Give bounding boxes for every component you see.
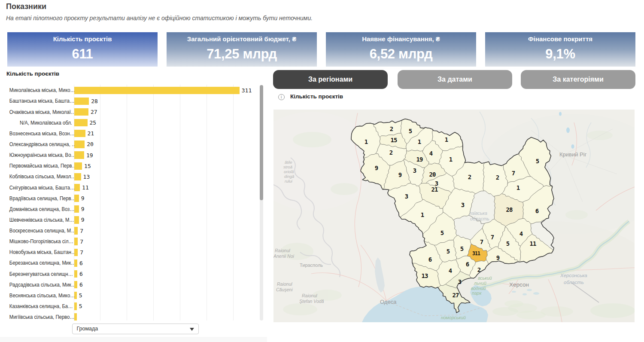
svg-text:2: 2 (390, 125, 393, 132)
svg-text:ătile: ătile (285, 160, 292, 165)
svg-text:лаївська: лаївська (468, 211, 487, 216)
svg-text:5: 5 (506, 240, 510, 247)
svg-text:4: 4 (519, 230, 523, 237)
svg-text:Raionul: Raionul (275, 248, 290, 253)
svg-text:Тирасполь: Тирасполь (300, 263, 323, 268)
svg-text:7: 7 (480, 238, 483, 245)
svg-text:Anenii Noi: Anenii Noi (273, 253, 295, 259)
svg-text:9: 9 (496, 254, 500, 261)
svg-text:9: 9 (375, 165, 378, 171)
svg-text:3: 3 (413, 167, 416, 174)
svg-text:9: 9 (398, 171, 402, 178)
svg-text:1: 1 (516, 184, 520, 191)
svg-text:stroă: stroă (283, 165, 292, 169)
svg-text:3: 3 (461, 202, 465, 208)
svg-text:номорський: номорський (441, 315, 466, 320)
svg-text:льний: льний (474, 281, 486, 286)
svg-text:21: 21 (431, 186, 438, 193)
svg-text:Херсон: Херсон (509, 281, 529, 288)
svg-text:область: область (470, 216, 489, 221)
svg-text:3: 3 (458, 278, 462, 285)
svg-text:5: 5 (440, 229, 444, 236)
svg-text:1: 1 (421, 211, 424, 218)
svg-text:27: 27 (453, 292, 459, 299)
svg-text:Херсонська: Херсонська (560, 273, 587, 278)
svg-text:Одеса: Одеса (380, 299, 397, 305)
svg-text:7: 7 (491, 234, 494, 241)
svg-text:11: 11 (530, 240, 536, 247)
svg-text:7: 7 (512, 170, 515, 177)
svg-text:19: 19 (416, 156, 423, 163)
svg-text:2: 2 (389, 149, 393, 156)
svg-text:5: 5 (460, 245, 464, 252)
svg-text:вський: вський (478, 275, 492, 281)
svg-text:1: 1 (365, 138, 368, 145)
svg-text:5: 5 (447, 248, 450, 255)
svg-text:4: 4 (449, 267, 452, 274)
svg-text:6: 6 (466, 261, 469, 268)
svg-text:2: 2 (496, 174, 499, 181)
svg-text:Căuşeni: Căuşeni (276, 287, 293, 292)
svg-text:1: 1 (418, 138, 421, 145)
svg-text:1: 1 (449, 156, 453, 163)
svg-text:5: 5 (536, 158, 539, 165)
svg-text:5: 5 (409, 128, 412, 134)
svg-text:Ştefan Vodă: Ştefan Vodă (299, 299, 324, 304)
svg-text:6: 6 (535, 208, 539, 214)
svg-text:13: 13 (422, 272, 428, 279)
svg-text:1: 1 (445, 136, 448, 143)
svg-text:oriolă: oriolă (284, 169, 294, 174)
svg-text:парк: парк (472, 290, 482, 296)
svg-text:Raionul: Raionul (302, 293, 317, 298)
svg-text:6: 6 (428, 256, 432, 263)
svg-text:2: 2 (477, 266, 481, 273)
svg-text:область: область (564, 280, 584, 285)
svg-text:Raionul: Raionul (277, 281, 292, 287)
svg-text:28: 28 (506, 206, 513, 213)
svg-text:20: 20 (429, 171, 436, 178)
svg-text:2: 2 (468, 174, 471, 180)
svg-text:Кривий Ріг: Кривий Ріг (559, 151, 587, 158)
svg-text:4: 4 (429, 150, 433, 157)
svg-text:311: 311 (472, 250, 480, 256)
svg-text:15: 15 (391, 137, 397, 144)
svg-text:dingă: dingă (284, 174, 294, 179)
svg-text:rului: rului (285, 179, 293, 183)
svg-text:3: 3 (405, 193, 408, 200)
